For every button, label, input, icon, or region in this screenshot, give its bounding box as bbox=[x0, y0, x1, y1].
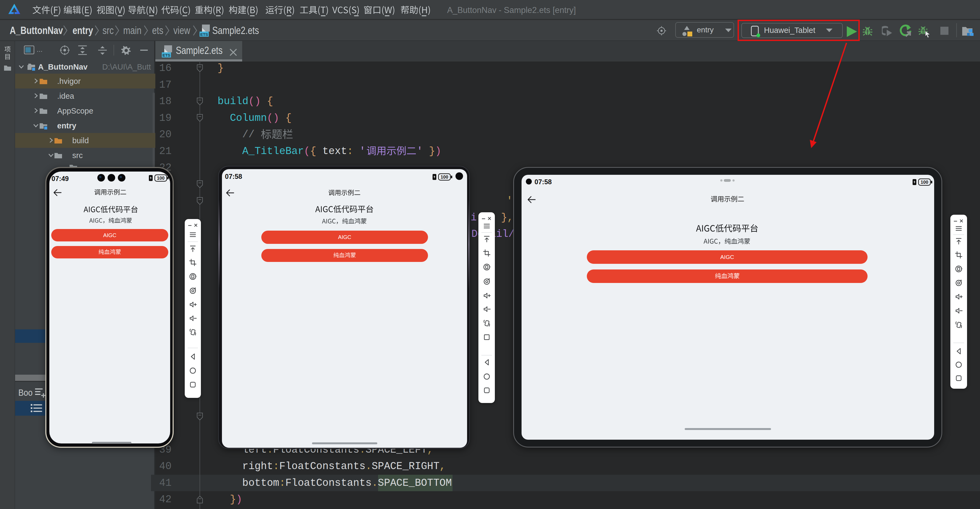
svg-text:100: 100 bbox=[441, 175, 448, 180]
svg-text:ETS: ETS bbox=[162, 53, 170, 57]
svg-text:ETS: ETS bbox=[200, 32, 208, 37]
svg-text:100: 100 bbox=[157, 176, 164, 181]
svg-text:100: 100 bbox=[921, 180, 928, 185]
